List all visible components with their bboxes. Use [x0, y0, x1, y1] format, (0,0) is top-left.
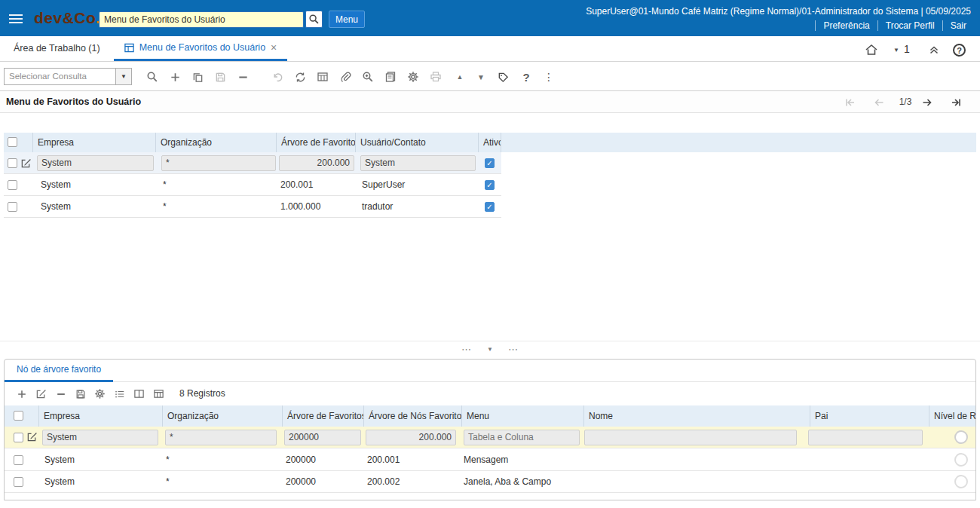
- field-usuario-contato[interactable]: System: [360, 155, 476, 171]
- row-select-checkbox[interactable]: [14, 477, 23, 487]
- home-icon[interactable]: [865, 43, 878, 57]
- column-arvore-de-favoritos[interactable]: Árvore de Favoritos: [277, 133, 356, 152]
- row-select-checkbox[interactable]: [14, 455, 23, 465]
- detail-column-arvore-de-favoritos[interactable]: Árvore de Favoritos: [283, 405, 364, 427]
- field-arvore-de-favoritos[interactable]: 200.000: [279, 155, 354, 171]
- edit-row-icon[interactable]: [20, 158, 32, 169]
- preferences-link[interactable]: Preferência: [815, 20, 877, 31]
- field-organizacao[interactable]: *: [165, 430, 277, 445]
- field-empresa[interactable]: System: [37, 155, 154, 171]
- record-indicator: [954, 430, 968, 444]
- detail-grid-row-3[interactable]: System * 200000 200.002 Janela, Aba & Ca…: [5, 471, 975, 493]
- report-icon[interactable]: [384, 70, 397, 84]
- new-record-icon[interactable]: [168, 70, 182, 84]
- detail-select-all-checkbox[interactable]: [14, 411, 23, 421]
- last-record-icon[interactable]: [950, 96, 962, 109]
- ativo-checkbox[interactable]: ✓: [485, 158, 495, 168]
- ativo-checkbox[interactable]: ✓: [485, 202, 495, 212]
- delete-record-icon[interactable]: [236, 70, 250, 84]
- detail-edit-record-icon[interactable]: [35, 387, 47, 400]
- splitter-collapse-icon[interactable]: ▼: [487, 346, 493, 353]
- detail-select-all-column[interactable]: [5, 405, 39, 427]
- row-select-checkbox[interactable]: [8, 158, 17, 168]
- next-record-icon[interactable]: [921, 96, 933, 109]
- field-arvore-de-nos-favoritos[interactable]: 200.000: [366, 430, 456, 445]
- zoom-across-icon[interactable]: [361, 70, 375, 84]
- field-menu[interactable]: Tabela e Coluna: [464, 430, 580, 445]
- detail-customize-icon[interactable]: [93, 387, 106, 400]
- refresh-icon[interactable]: [293, 70, 307, 84]
- splitter-handle-icon[interactable]: ⋯: [461, 344, 472, 355]
- process-icon[interactable]: [406, 70, 420, 84]
- detail-delete-record-icon[interactable]: [54, 387, 67, 400]
- combobox-caret-icon[interactable]: ▼: [115, 68, 132, 85]
- field-pai[interactable]: [808, 430, 923, 445]
- previous-record-icon[interactable]: [873, 96, 885, 109]
- save-icon[interactable]: [213, 70, 227, 84]
- detail-column-pai[interactable]: Pai: [810, 405, 929, 427]
- menu-button[interactable]: Menu: [329, 11, 365, 28]
- grid-toggle-icon[interactable]: [316, 70, 329, 84]
- detail-column-nome[interactable]: Nome: [584, 405, 810, 427]
- detail-split-view-icon[interactable]: [133, 387, 145, 400]
- find-icon[interactable]: [145, 70, 159, 84]
- row-select-checkbox[interactable]: [14, 433, 23, 442]
- copy-record-icon[interactable]: [191, 70, 204, 84]
- field-organizacao[interactable]: *: [161, 155, 276, 171]
- row-select-checkbox[interactable]: [8, 180, 17, 190]
- detail-grid-toggle-icon[interactable]: [152, 387, 165, 400]
- close-tab-icon[interactable]: ×: [271, 42, 277, 53]
- select-query-combobox[interactable]: Selecionar Consulta ▼: [4, 68, 132, 85]
- detail-column-empresa[interactable]: Empresa: [39, 405, 163, 427]
- window-list-caret-icon[interactable]: ▼: [893, 47, 899, 54]
- detail-grid-row-2[interactable]: System * 200000 200.001 Mensagem: [5, 449, 975, 471]
- field-arvore-de-favoritos[interactable]: 200000: [284, 430, 361, 445]
- column-empresa[interactable]: Empresa: [33, 133, 156, 152]
- overflow-menu-icon[interactable]: ⋮: [542, 70, 556, 84]
- field-nome[interactable]: [584, 430, 797, 445]
- help-icon[interactable]: ?: [953, 44, 966, 57]
- logo[interactable]: dev&Co.: [34, 9, 101, 27]
- splitter-handle-icon[interactable]: ⋯: [508, 344, 519, 355]
- detail-column-organizacao[interactable]: Organização: [163, 405, 283, 427]
- detail-column-arvore-de-nos-favoritos[interactable]: Árvore de Nós Favoritos: [364, 405, 462, 427]
- detail-new-record-icon[interactable]: [15, 387, 28, 400]
- row-select-checkbox[interactable]: [8, 202, 17, 212]
- expand-header-icon[interactable]: [928, 44, 940, 56]
- search-button[interactable]: [305, 11, 323, 28]
- first-record-icon[interactable]: [844, 96, 856, 109]
- main-grid-row-1[interactable]: System * 200.000 System ✓: [4, 152, 501, 174]
- open-windows-count[interactable]: 1: [904, 43, 910, 55]
- edit-row-icon[interactable]: [26, 431, 38, 442]
- main-grid-row-2[interactable]: System * 200.001 SuperUser ✓: [4, 174, 501, 196]
- column-organizacao[interactable]: Organização: [156, 133, 277, 152]
- panel-splitter[interactable]: ⋯ ▼ ⋯: [0, 341, 980, 357]
- top-bar: dev&Co. Menu SuperUser@01-Mundo Café Mat…: [0, 0, 980, 36]
- window-help-icon[interactable]: ?: [519, 70, 533, 84]
- detail-column-menu[interactable]: Menu: [462, 405, 584, 427]
- undo-icon[interactable]: [270, 70, 283, 84]
- more-actions-caret-icon[interactable]: ▼: [474, 70, 488, 84]
- switch-role-link[interactable]: Trocar Perfil: [877, 20, 942, 31]
- print-icon[interactable]: [429, 70, 443, 84]
- main-grid-row-3[interactable]: System * 1.000.000 tradutor ✓: [4, 196, 501, 218]
- detail-list-icon[interactable]: [113, 387, 126, 400]
- ativo-checkbox[interactable]: ✓: [485, 180, 495, 190]
- detail-grid-row-1[interactable]: System * 200000 200.000 Tabela e Coluna: [5, 427, 975, 448]
- collapse-icon[interactable]: ▲: [453, 70, 467, 84]
- tab-user-favorites-active[interactable]: Menu de Favoritos do Usuário ×: [114, 36, 288, 61]
- select-all-checkbox[interactable]: [8, 137, 17, 147]
- attachment-icon[interactable]: [338, 70, 352, 84]
- detail-save-icon[interactable]: [74, 387, 87, 400]
- tab-no-de-arvore-favorito[interactable]: Nó de árvore favorito: [5, 360, 113, 382]
- detail-column-nivel[interactable]: Nível de Re: [929, 405, 975, 427]
- field-empresa[interactable]: System: [42, 430, 158, 445]
- label-icon[interactable]: [496, 70, 510, 84]
- hamburger-menu-icon[interactable]: [9, 14, 23, 23]
- global-search-input[interactable]: [99, 11, 304, 28]
- column-ativo[interactable]: Ativo: [479, 133, 501, 152]
- tab-workspace[interactable]: Área de Trabalho (1): [0, 36, 114, 61]
- column-usuario-contato[interactable]: Usuário/Contato: [356, 133, 479, 152]
- logout-link[interactable]: Sair: [942, 20, 974, 31]
- select-all-column[interactable]: [4, 133, 33, 152]
